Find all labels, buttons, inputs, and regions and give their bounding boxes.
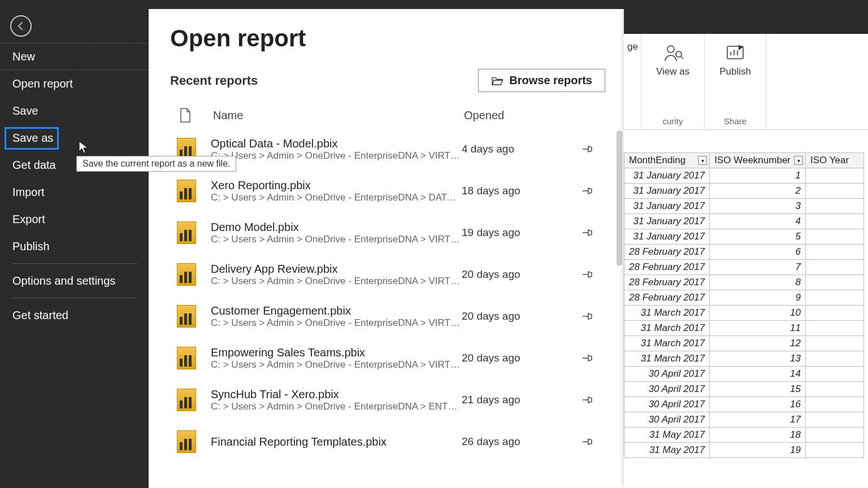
pin-button[interactable] — [581, 353, 596, 363]
report-file-name: SyncHub Trial - Xero.pbix — [211, 388, 462, 401]
recent-report-row[interactable]: Financial Reporting Templates.pbix26 day… — [170, 421, 622, 463]
cell-weeknumber: 16 — [710, 397, 806, 412]
dropdown-icon[interactable]: ▾ — [698, 156, 707, 165]
table-row[interactable]: 28 February 20177 — [624, 260, 864, 275]
report-file-path: C: > Users > Admin > OneDrive - Enterpri… — [211, 234, 462, 245]
ribbon-group-share: Publish Share — [704, 34, 766, 129]
back-button[interactable] — [10, 15, 32, 37]
recent-reports-list: Name Opened Optical Data - Model.pbixC: … — [170, 102, 622, 463]
menu-publish[interactable]: Publish — [0, 233, 149, 260]
pin-button[interactable] — [581, 144, 596, 154]
ribbon-group-truncated: ge — [624, 34, 641, 129]
scrollbar-thumb[interactable] — [617, 130, 622, 266]
recent-report-row[interactable]: Delivery App Review.pbixC: > Users > Adm… — [170, 254, 622, 295]
cell-isoyear — [806, 214, 864, 229]
recent-report-row[interactable]: Optical Data - Model.pbixC: > Users > Ad… — [170, 128, 622, 170]
menu-open-report[interactable]: Open report — [0, 70, 149, 97]
cell-isoyear — [806, 397, 864, 412]
report-opened-time: 20 days ago — [462, 310, 575, 323]
ribbon-button-truncated[interactable]: ge — [624, 40, 642, 55]
person-search-icon — [662, 42, 684, 64]
table-row[interactable]: 31 March 201712 — [624, 336, 864, 351]
menu-get-started[interactable]: Get started — [0, 302, 149, 329]
table-row[interactable]: 31 January 20175 — [624, 229, 864, 245]
recent-report-row[interactable]: Customer Engagement.pbixC: > Users > Adm… — [170, 295, 622, 337]
cell-weeknumber: 7 — [710, 260, 806, 275]
menu-label: Publish — [12, 240, 50, 253]
browse-reports-label: Browse reports — [509, 74, 592, 87]
cell-monthending: 31 March 2017 — [624, 351, 710, 367]
table-row[interactable]: 31 January 20172 — [624, 184, 864, 199]
pin-icon — [581, 395, 596, 405]
cell-weeknumber: 12 — [710, 336, 806, 351]
column-header-opened[interactable]: Opened — [464, 109, 577, 122]
table-row[interactable]: 28 February 20178 — [624, 275, 864, 290]
table-row[interactable]: 31 May 201719 — [624, 443, 864, 458]
table-row[interactable]: 31 March 201713 — [624, 351, 864, 367]
table-column-header[interactable]: MonthEnding▾ — [624, 153, 710, 168]
menu-save[interactable]: Save — [0, 97, 149, 124]
cell-monthending: 31 May 2017 — [624, 428, 710, 443]
table-row[interactable]: 31 March 201710 — [624, 306, 864, 321]
pin-button[interactable] — [581, 228, 596, 238]
column-header-name[interactable]: Name — [213, 109, 464, 122]
report-opened-time: 26 days ago — [462, 435, 575, 448]
report-opened-time: 20 days ago — [462, 268, 575, 281]
recent-report-row[interactable]: Xero Reporting.pbixC: > Users > Admin > … — [170, 170, 622, 212]
menu-options-settings[interactable]: Options and settings — [0, 267, 149, 294]
pin-button[interactable] — [581, 311, 596, 321]
menu-import[interactable]: Import — [0, 178, 149, 206]
table-row[interactable]: 30 April 201717 — [624, 412, 864, 428]
browse-reports-button[interactable]: Browse reports — [478, 69, 605, 92]
table-row[interactable]: 31 January 20171 — [624, 168, 864, 184]
cell-weeknumber: 19 — [710, 443, 806, 458]
folder-open-icon — [491, 76, 504, 86]
cell-isoyear — [806, 229, 864, 245]
table-column-header[interactable]: ISO Year — [806, 153, 864, 168]
report-file-path: C: > Users > Admin > OneDrive - Enterpri… — [211, 401, 462, 412]
cell-monthending: 31 March 2017 — [624, 306, 710, 321]
pin-button[interactable] — [581, 437, 596, 447]
table-row[interactable]: 30 April 201715 — [624, 382, 864, 397]
menu-new[interactable]: New — [0, 43, 149, 70]
recent-report-row[interactable]: SyncHub Trial - Xero.pbixC: > Users > Ad… — [170, 379, 622, 421]
recent-report-row[interactable]: Empowering Sales Teams.pbixC: > Users > … — [170, 337, 622, 379]
dates-data-table: MonthEnding▾ISO Weeknumber▾ISO Year 31 J… — [624, 152, 864, 458]
menu-label: Get data — [12, 159, 56, 172]
cell-isoyear — [806, 336, 864, 351]
menu-export[interactable]: Export — [0, 206, 149, 233]
table-row[interactable]: 30 April 201716 — [624, 397, 864, 412]
pin-icon — [581, 144, 596, 154]
menu-label: Export — [12, 213, 45, 226]
report-file-name: Financial Reporting Templates.pbix — [211, 435, 462, 448]
pin-button[interactable] — [581, 269, 596, 280]
cell-isoyear — [806, 321, 864, 336]
ribbon-group-security: View as curity — [641, 34, 704, 129]
report-file-name: Customer Engagement.pbix — [211, 304, 462, 317]
pbix-file-icon — [177, 180, 211, 202]
view-as-button[interactable]: View as — [652, 40, 694, 80]
cell-monthending: 30 April 2017 — [624, 397, 710, 412]
pin-button[interactable] — [581, 186, 596, 196]
table-row[interactable]: 31 March 201711 — [624, 321, 864, 336]
table-row[interactable]: 30 April 201714 — [624, 367, 864, 382]
table-row[interactable]: 31 May 201718 — [624, 428, 864, 443]
menu-save-as[interactable]: Save as — [0, 124, 149, 151]
menu-label: Save as — [12, 132, 53, 145]
table-row[interactable]: 28 February 20179 — [624, 290, 864, 306]
table-column-header[interactable]: ISO Weeknumber▾ — [710, 153, 806, 168]
view-as-label: View as — [656, 67, 689, 77]
table-row[interactable]: 31 January 20173 — [624, 199, 864, 214]
pin-icon — [581, 186, 596, 196]
table-row[interactable]: 31 January 20174 — [624, 214, 864, 229]
dropdown-icon[interactable]: ▾ — [794, 156, 803, 165]
report-opened-time: 4 days ago — [462, 143, 575, 155]
publish-icon — [724, 42, 747, 64]
cell-monthending: 30 April 2017 — [624, 382, 710, 397]
recent-report-row[interactable]: Demo Model.pbixC: > Users > Admin > OneD… — [170, 212, 622, 254]
cell-weeknumber: 1 — [710, 168, 806, 184]
table-row[interactable]: 28 February 20176 — [624, 245, 864, 260]
pin-button[interactable] — [581, 395, 596, 405]
cell-isoyear — [806, 412, 864, 428]
publish-button[interactable]: Publish — [715, 40, 756, 80]
